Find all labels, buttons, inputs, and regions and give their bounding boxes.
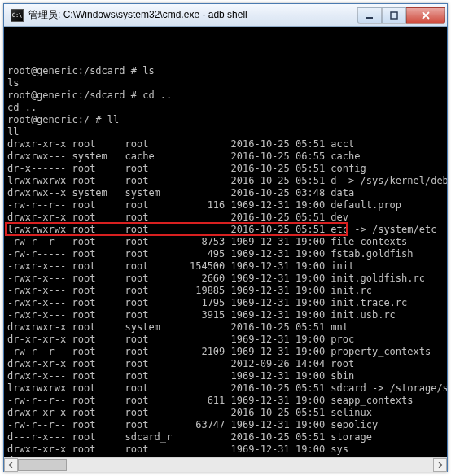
- app-icon: [11, 9, 24, 22]
- terminal-line: cd ..: [7, 102, 444, 114]
- terminal-line: -rw-r--r-- root root 63747 1969-12-31 19…: [7, 419, 444, 431]
- minimize-button[interactable]: [357, 7, 382, 24]
- terminal-line: -rw-r--r-- root root 116 1969-12-31 19:0…: [7, 199, 444, 212]
- command-window: 管理员: C:\Windows\system32\cmd.exe - adb s…: [3, 3, 448, 472]
- svg-rect-1: [391, 12, 397, 19]
- terminal-line: lrwxrwxrwx root root 2016-10-25 05:51 d …: [7, 175, 444, 187]
- terminal-line: -rw-r--r-- root root 2109 1969-12-31 19:…: [7, 346, 444, 358]
- terminal-line: -rwxr-x--- root root 154500 1969-12-31 1…: [7, 260, 444, 273]
- terminal-line: drwxrwxr-x root system 2016-10-25 05:51 …: [7, 321, 444, 334]
- window-controls: [357, 7, 445, 24]
- chevron-left-icon: [8, 462, 14, 468]
- close-button[interactable]: [406, 7, 445, 24]
- terminal-line: -rwxr-x--- root root 2660 1969-12-31 19:…: [7, 273, 444, 285]
- terminal-line: drwxrwx--x system system 2016-10-25 03:4…: [7, 187, 444, 199]
- scroll-right-button[interactable]: [433, 458, 447, 472]
- terminal-line: -rw-r--r-- root root 611 1969-12-31 19:0…: [7, 395, 444, 407]
- svg-rect-0: [366, 17, 373, 19]
- terminal-output[interactable]: root@generic:/sdcard # lslsroot@generic:…: [4, 27, 447, 457]
- terminal-line: -rwxr-x--- root root 19885 1969-12-31 19…: [7, 285, 444, 297]
- terminal-line: drwxr-xr-x root root 2012-09-26 14:04 ro…: [7, 358, 444, 370]
- terminal-line: -rw-r--r-- root root 8753 1969-12-31 19:…: [7, 236, 444, 248]
- terminal-line: -rwxr-x--- root root 1795 1969-12-31 19:…: [7, 297, 444, 309]
- terminal-line: drwxr-xr-x root root 1969-12-31 19:00 sy…: [7, 443, 444, 456]
- terminal-line: lrwxrwxrwx root root 2016-10-25 05:51 et…: [7, 224, 444, 236]
- window-title: 管理员: C:\Windows\system32\cmd.exe - adb s…: [28, 8, 357, 22]
- scroll-left-button[interactable]: [4, 458, 18, 472]
- terminal-line: dr-x------ root root 2016-10-25 05:51 co…: [7, 163, 444, 175]
- titlebar[interactable]: 管理员: C:\Windows\system32\cmd.exe - adb s…: [4, 4, 447, 27]
- terminal-line: ls: [7, 77, 444, 90]
- scrollbar-thumb[interactable]: [18, 459, 67, 471]
- terminal-line: root@generic:/sdcard # ls: [7, 65, 444, 77]
- minimize-icon: [366, 11, 374, 20]
- scrollbar-track[interactable]: [18, 458, 433, 472]
- terminal-line: drwxrwx--- system cache 2016-10-25 06:55…: [7, 151, 444, 163]
- horizontal-scrollbar[interactable]: [4, 457, 447, 471]
- maximize-button[interactable]: [382, 7, 406, 24]
- terminal-line: drwxr-xr-x root root 2016-10-25 05:51 ac…: [7, 138, 444, 151]
- maximize-icon: [390, 11, 398, 20]
- terminal-line: drwxr-x--- root root 1969-12-31 19:00 sb…: [7, 370, 444, 382]
- terminal-line: drwxr-xr-x root root 2016-10-25 05:51 de…: [7, 212, 444, 224]
- terminal-line: -rw-r----- root root 495 1969-12-31 19:0…: [7, 248, 444, 260]
- terminal-line: drwxr-xr-x root root 2016-10-25 05:51 se…: [7, 407, 444, 419]
- terminal-line: ll: [7, 126, 444, 138]
- terminal-line: dr-xr-xr-x root root 1969-12-31 19:00 pr…: [7, 334, 444, 346]
- terminal-line: -rwxr-x--- root root 3915 1969-12-31 19:…: [7, 309, 444, 321]
- terminal-line: d---r-x--- root sdcard_r 2016-10-25 05:5…: [7, 431, 444, 443]
- terminal-line: root@generic:/sdcard # cd ..: [7, 90, 444, 102]
- terminal-line: root@generic:/ # ll: [7, 114, 444, 126]
- terminal-line: lrwxrwxrwx root root 2016-10-25 05:51 sd…: [7, 382, 444, 395]
- close-icon: [422, 11, 430, 20]
- chevron-right-icon: [437, 462, 443, 468]
